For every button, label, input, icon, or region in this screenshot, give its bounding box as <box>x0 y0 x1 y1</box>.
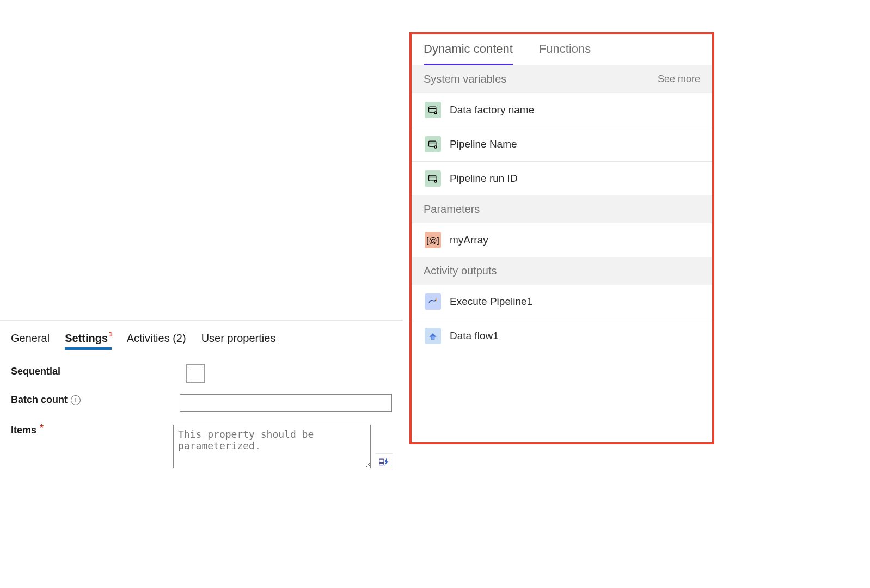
required-indicator: * <box>40 422 44 434</box>
tab-settings[interactable]: Settings1 <box>65 330 112 349</box>
activity-outputs-title: Activity outputs <box>424 265 497 277</box>
dynamic-content-button[interactable] <box>375 453 393 470</box>
execute-pipeline-icon <box>425 293 441 310</box>
items-label-text: Items <box>11 425 36 436</box>
settings-badge: 1 <box>109 330 113 338</box>
list-item-label: myArray <box>450 234 488 246</box>
tab-activities[interactable]: Activities (2) <box>127 330 186 349</box>
info-icon[interactable]: i <box>71 395 81 405</box>
system-variables-title: System variables <box>424 73 506 85</box>
svg-rect-1 <box>379 463 384 465</box>
item-data-flow1[interactable]: Data flow1 <box>412 318 712 353</box>
dc-tabstrip: Dynamic content Functions <box>412 34 712 65</box>
section-parameters: Parameters <box>412 195 712 223</box>
tab-settings-label: Settings <box>65 332 108 344</box>
sequential-label: Sequential <box>11 366 188 377</box>
item-myarray[interactable]: [@] myArray <box>412 223 712 257</box>
list-item-label: Data flow1 <box>450 330 499 342</box>
settings-tabstrip: General Settings1 Activities (2) User pr… <box>0 321 403 350</box>
item-data-factory-name[interactable]: Data factory name <box>412 93 712 127</box>
system-variable-icon <box>425 170 441 187</box>
svg-rect-11 <box>432 336 434 339</box>
system-variable-icon <box>425 102 441 118</box>
system-variables-see-more[interactable]: See more <box>658 74 700 85</box>
data-flow-icon <box>425 328 441 344</box>
batch-count-label: Batch count i <box>11 394 180 406</box>
svg-rect-0 <box>379 459 384 463</box>
item-pipeline-run-id[interactable]: Pipeline run ID <box>412 161 712 195</box>
tab-general[interactable]: General <box>11 330 50 349</box>
sequential-checkbox[interactable] <box>188 366 203 381</box>
tab-user-properties[interactable]: User properties <box>201 330 276 349</box>
item-pipeline-name[interactable]: Pipeline Name <box>412 127 712 161</box>
parameters-title: Parameters <box>424 203 480 216</box>
row-sequential: Sequential <box>0 359 403 388</box>
list-item-label: Pipeline run ID <box>450 173 518 185</box>
settings-panel: General Settings1 Activities (2) User pr… <box>0 320 403 475</box>
lightning-icon <box>378 456 389 467</box>
items-label: Items * <box>11 425 173 436</box>
list-item-label: Pipeline Name <box>450 138 517 150</box>
section-activity-outputs: Activity outputs <box>412 257 712 285</box>
batch-count-label-text: Batch count <box>11 394 68 406</box>
item-execute-pipeline1[interactable]: Execute Pipeline1 <box>412 285 712 318</box>
tab-dynamic-content[interactable]: Dynamic content <box>424 42 513 65</box>
batch-count-input[interactable] <box>180 394 392 412</box>
list-item-label: Execute Pipeline1 <box>450 296 532 308</box>
tab-functions[interactable]: Functions <box>539 42 591 65</box>
section-system-variables: System variables See more <box>412 65 712 93</box>
system-variable-icon <box>425 136 441 152</box>
list-item-label: Data factory name <box>450 104 534 116</box>
row-items: Items * <box>0 418 403 475</box>
dynamic-content-panel: Dynamic content Functions System variabl… <box>409 32 714 444</box>
items-input[interactable] <box>173 425 371 468</box>
row-batch-count: Batch count i <box>0 388 403 418</box>
parameter-icon: [@] <box>425 232 441 248</box>
